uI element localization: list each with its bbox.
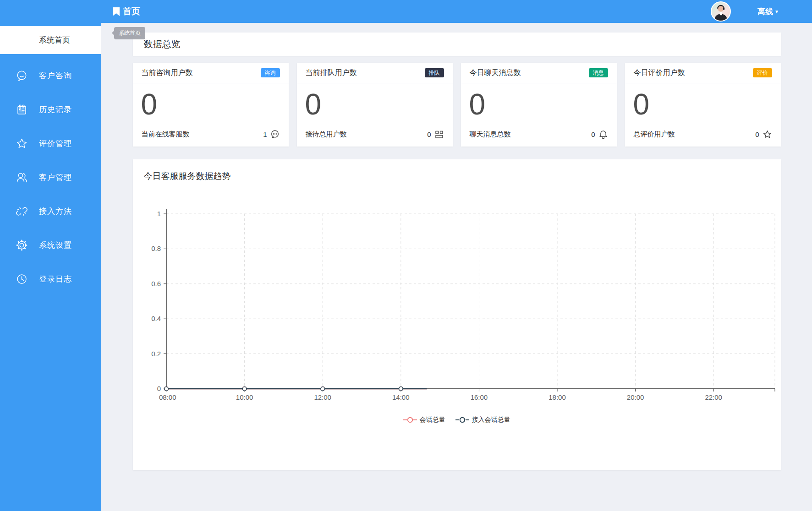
gear-icon bbox=[16, 239, 28, 251]
bookmark-icon bbox=[113, 7, 120, 16]
svg-text:10:00: 10:00 bbox=[236, 393, 253, 401]
stat-footer-value: 0 bbox=[755, 130, 759, 138]
svg-text:18:00: 18:00 bbox=[549, 393, 566, 401]
svg-text:0: 0 bbox=[157, 385, 160, 392]
trend-line-chart: 00.20.40.60.8108:0010:0012:0014:0016:001… bbox=[133, 188, 781, 408]
svg-text:08:00: 08:00 bbox=[159, 393, 176, 401]
sidebar-active-label: 系统首页 bbox=[39, 35, 70, 45]
stat-value: 0 bbox=[305, 90, 453, 119]
home-tab-label: 首页 bbox=[123, 5, 140, 17]
sidebar-item-label: 接入方法 bbox=[39, 206, 72, 217]
stat-value: 0 bbox=[633, 90, 781, 119]
main-content: 数据总览 当前咨询用户数 咨询 0 当前在线客服数 1 bbox=[101, 23, 812, 511]
chart-series bbox=[164, 387, 427, 391]
status-badge: 咨询 bbox=[261, 68, 280, 77]
chart-title: 今日客服服务数据趋势 bbox=[133, 159, 781, 182]
chart-gridlines bbox=[166, 214, 775, 389]
status-label: 离线 bbox=[757, 6, 773, 17]
sidebar-item-home-active[interactable]: 系统首页 bbox=[0, 26, 101, 54]
status-dropdown[interactable]: 离线 ▼ bbox=[757, 6, 779, 17]
sidebar-item-label: 登录日志 bbox=[39, 274, 72, 284]
stat-title: 当前排队用户数 bbox=[306, 68, 357, 78]
overview-header-card: 数据总览 bbox=[133, 33, 781, 56]
chart-legend: 会话总量 接入会话总量 bbox=[133, 416, 781, 424]
users-icon bbox=[16, 171, 28, 184]
svg-text:0.2: 0.2 bbox=[151, 350, 161, 358]
stat-card-queue: 当前排队用户数 排队 0 接待总用户数 0 bbox=[297, 63, 453, 147]
svg-text:12:00: 12:00 bbox=[314, 393, 331, 401]
svg-text:0.4: 0.4 bbox=[151, 315, 161, 322]
legend-label: 接入会话总量 bbox=[472, 416, 510, 424]
sidebar-item-customer-mgmt[interactable]: 客户管理 bbox=[0, 160, 101, 194]
svg-text:0.8: 0.8 bbox=[151, 245, 161, 252]
stat-card-ratings: 今日评价用户数 评价 0 总评价用户数 0 bbox=[625, 63, 781, 147]
sidebar-item-access-method[interactable]: 接入方法 bbox=[0, 194, 101, 228]
sidebar-item-login-log[interactable]: 登录日志 bbox=[0, 262, 101, 296]
star-icon bbox=[763, 130, 772, 139]
sidebar-item-history[interactable]: 历史记录 bbox=[0, 92, 101, 126]
stat-footer-value: 0 bbox=[427, 130, 431, 138]
sidebar-item-label: 系统设置 bbox=[39, 240, 72, 250]
stat-footer-label: 聊天消息总数 bbox=[470, 130, 511, 139]
stat-footer-label: 接待总用户数 bbox=[306, 130, 347, 139]
chart-axis-labels: 00.20.40.60.8108:0010:0012:0014:0016:001… bbox=[151, 210, 722, 401]
legend-marker-icon bbox=[455, 417, 469, 423]
stat-card-consulting: 当前咨询用户数 咨询 0 当前在线客服数 1 bbox=[133, 63, 289, 147]
topbar: 首页 离线 ▼ bbox=[101, 0, 812, 23]
stat-footer-value: 1 bbox=[263, 130, 267, 138]
sidebar-item-label: 历史记录 bbox=[39, 104, 72, 115]
user-avatar[interactable] bbox=[711, 1, 731, 22]
sidebar-item-label: 客户咨询 bbox=[39, 71, 72, 81]
sidebar-item-system-settings[interactable]: 系统设置 bbox=[0, 228, 101, 262]
sidebar-item-customer-consult[interactable]: 客户咨询 bbox=[0, 59, 101, 92]
stat-card-messages: 今日聊天消息数 消息 0 聊天消息总数 0 bbox=[461, 63, 617, 147]
chat-smile-icon bbox=[16, 70, 28, 82]
svg-text:1: 1 bbox=[157, 210, 160, 217]
stat-value: 0 bbox=[141, 90, 289, 119]
legend-item-accepted-sessions[interactable]: 接入会话总量 bbox=[455, 416, 510, 424]
history-notebook-icon bbox=[16, 103, 28, 116]
stat-title: 今日聊天消息数 bbox=[470, 68, 521, 78]
legend-label: 会话总量 bbox=[420, 416, 445, 424]
agent-avatar-image bbox=[712, 2, 730, 21]
sidebar-item-rating-mgmt[interactable]: 评价管理 bbox=[0, 126, 101, 160]
trend-chart-card: 今日客服服务数据趋势 00.20.40.60.8108:0010:0012:00… bbox=[133, 159, 781, 470]
svg-text:22:00: 22:00 bbox=[705, 393, 722, 401]
status-badge: 消息 bbox=[589, 68, 608, 77]
sidebar-item-label: 客户管理 bbox=[39, 172, 72, 183]
stat-footer-label: 总评价用户数 bbox=[634, 130, 675, 139]
status-badge: 排队 bbox=[425, 68, 444, 77]
stat-footer-value: 0 bbox=[591, 130, 595, 138]
stat-value: 0 bbox=[469, 90, 617, 119]
legend-marker-icon bbox=[403, 417, 417, 423]
sidebar-menu: 客户咨询 历史记录 评价管理 客户 bbox=[0, 54, 101, 296]
clock-icon bbox=[16, 273, 28, 285]
chat-bubble-icon bbox=[270, 130, 280, 139]
home-tab-tooltip: 系统首页 bbox=[114, 27, 145, 39]
stat-footer-label: 当前在线客服数 bbox=[142, 130, 190, 139]
topbar-right: 离线 ▼ bbox=[711, 0, 812, 23]
stat-title: 今日评价用户数 bbox=[634, 68, 685, 78]
sidebar-item-label: 评价管理 bbox=[39, 138, 72, 149]
svg-text:14:00: 14:00 bbox=[392, 393, 410, 401]
sidebar: 系统首页 客户咨询 历史记录 评价管理 bbox=[0, 0, 101, 511]
star-icon bbox=[16, 137, 28, 150]
stat-cards-row: 当前咨询用户数 咨询 0 当前在线客服数 1 bbox=[133, 63, 781, 147]
broken-link-icon bbox=[16, 205, 28, 217]
stat-title: 当前咨询用户数 bbox=[142, 68, 193, 78]
page-title: 数据总览 bbox=[144, 38, 181, 50]
chart-axes bbox=[164, 209, 775, 391]
caret-down-icon: ▼ bbox=[774, 9, 779, 14]
svg-text:0.6: 0.6 bbox=[151, 280, 161, 288]
home-tab[interactable]: 首页 bbox=[113, 5, 140, 17]
grid-blocks-icon bbox=[434, 130, 444, 139]
svg-text:20:00: 20:00 bbox=[626, 393, 644, 401]
svg-text:16:00: 16:00 bbox=[470, 393, 488, 401]
legend-item-sessions[interactable]: 会话总量 bbox=[403, 416, 445, 424]
bell-icon bbox=[598, 130, 608, 139]
status-badge: 评价 bbox=[753, 68, 772, 77]
